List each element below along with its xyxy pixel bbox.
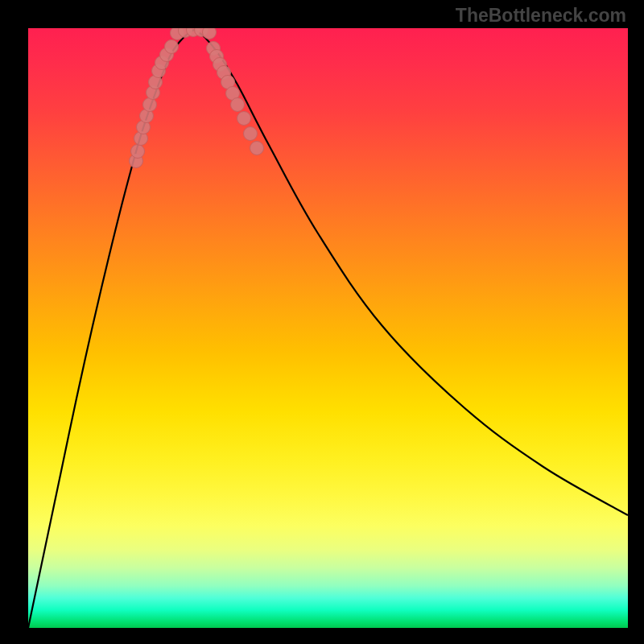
data-dot xyxy=(143,98,157,112)
data-dot xyxy=(237,112,251,126)
right-curve xyxy=(194,30,628,515)
chart-frame: TheBottleneck.com xyxy=(0,0,644,644)
curve-layer xyxy=(28,30,628,628)
left-curve xyxy=(28,30,194,628)
chart-plot-area xyxy=(28,28,628,628)
chart-svg xyxy=(28,28,628,628)
data-dots xyxy=(130,28,264,168)
data-dot xyxy=(131,145,145,159)
data-dot xyxy=(231,98,245,112)
data-dot xyxy=(250,142,264,155)
watermark-text: TheBottleneck.com xyxy=(456,5,626,27)
data-dot xyxy=(165,40,179,54)
data-dot xyxy=(203,28,217,39)
data-dot xyxy=(244,127,258,141)
